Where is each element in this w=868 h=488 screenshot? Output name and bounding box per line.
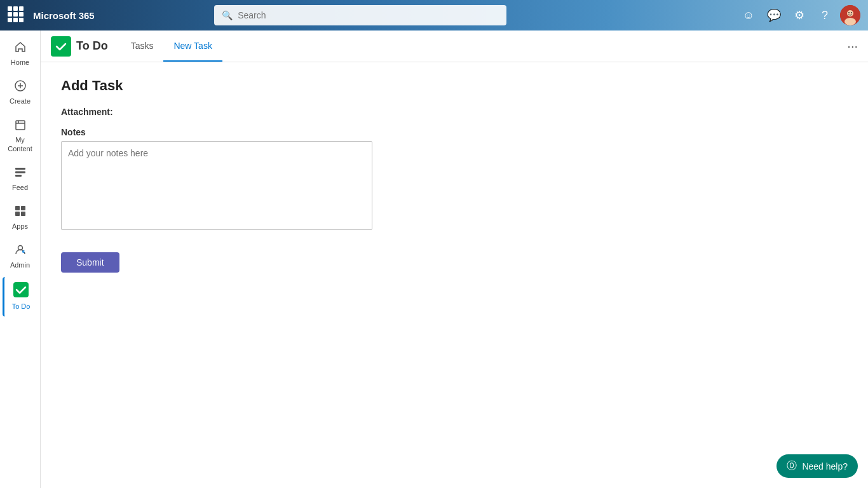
attachment-label: Attachment: [61,107,113,117]
todo-label: To Do [12,302,31,311]
app-brand: Microsoft 365 [33,10,95,21]
sidebar-item-feed[interactable]: Feed [3,161,38,197]
svg-point-2 [844,18,856,25]
need-help-button[interactable]: ⓪ Need help? [776,454,858,478]
create-label: Create [10,97,31,105]
main-layout: Home Create My Content [0,30,868,488]
apps-label: Apps [12,222,28,231]
svg-rect-8 [16,121,25,130]
feedback-icon[interactable]: 💬 [764,5,784,25]
attachment-area: Attachment: [61,107,848,117]
more-options-button[interactable]: ··· [847,39,858,53]
user-avatar[interactable] [840,5,860,25]
tab-new-task[interactable]: New Task [163,30,222,62]
page-content: Add Task Attachment: Notes Submit [41,62,868,488]
search-icon: 🔍 [222,10,233,20]
sidebar-item-home[interactable]: Home [3,36,38,72]
home-label: Home [11,58,29,67]
todo-icon [13,282,29,301]
svg-rect-11 [15,175,22,177]
admin-icon [14,243,27,259]
submit-button[interactable]: Submit [61,252,119,273]
sidebar: Home Create My Content [0,30,41,488]
svg-rect-14 [15,212,20,216]
svg-rect-13 [21,206,25,210]
svg-rect-18 [13,282,29,297]
feed-icon [14,166,27,182]
content-area: To Do Tasks New Task ··· Add Task Attach… [41,30,868,488]
search-input[interactable] [238,10,499,20]
my-content-icon [14,118,27,134]
apps-icon [14,205,27,220]
topbar-actions: ☺ 💬 ⚙ ? [738,5,860,25]
notes-textarea[interactable] [61,141,372,230]
topbar: Microsoft 365 🔍 ☺ 💬 ⚙ ? [0,0,868,30]
my-content-label: My Content [5,136,36,152]
notes-label: Notes [61,127,848,137]
create-icon [14,79,27,95]
admin-label: Admin [10,261,30,269]
feed-label: Feed [12,184,28,192]
svg-rect-15 [21,212,25,216]
sidebar-item-todo[interactable]: To Do [3,277,38,316]
sidebar-item-apps[interactable]: Apps [3,200,38,236]
app-tabs: Tasks New Task [121,30,222,62]
sidebar-item-create[interactable]: Create [3,74,38,111]
app-name: To Do [76,39,108,53]
app-logo-icon [51,36,71,57]
search-bar[interactable]: 🔍 [214,5,506,25]
sidebar-item-admin[interactable]: Admin [3,238,38,274]
svg-rect-10 [15,171,25,173]
svg-rect-12 [15,206,20,210]
help-icon[interactable]: ? [815,5,835,25]
sidebar-item-my-content[interactable]: My Content [3,113,38,158]
svg-rect-9 [15,168,25,170]
svg-point-4 [851,12,852,13]
app-logo: To Do [51,36,108,57]
tab-tasks[interactable]: Tasks [121,30,164,62]
smiley-icon[interactable]: ☺ [738,5,759,25]
home-icon [14,41,27,57]
page-title: Add Task [61,78,848,94]
settings-icon[interactable]: ⚙ [789,5,810,25]
svg-point-3 [848,12,850,13]
waffle-menu[interactable] [8,6,25,24]
notes-field: Notes [61,127,848,232]
need-help-icon: ⓪ [787,459,797,473]
app-header: To Do Tasks New Task ··· [41,30,868,62]
need-help-label: Need help? [802,461,848,471]
